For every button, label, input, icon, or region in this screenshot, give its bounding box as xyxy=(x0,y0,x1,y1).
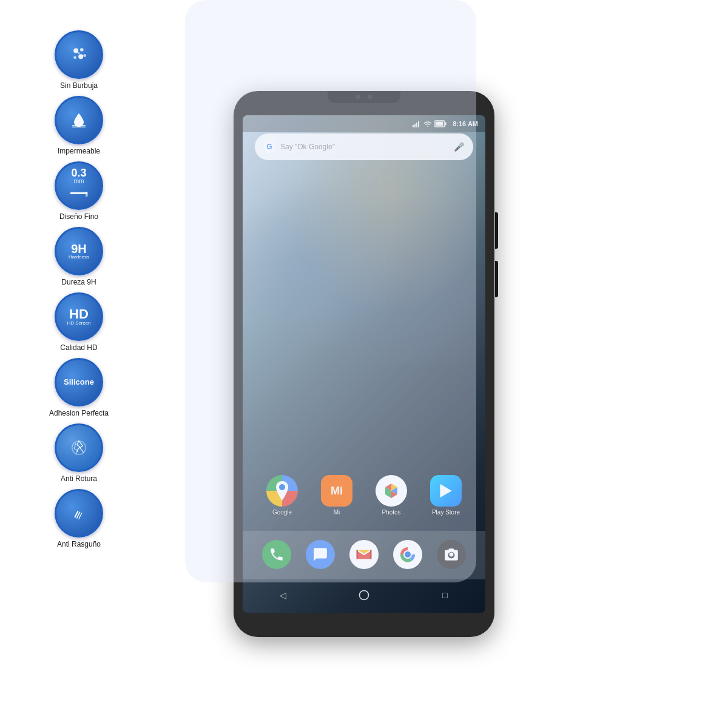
svg-line-14 xyxy=(76,447,80,451)
anti-break-circle xyxy=(55,423,103,472)
svg-rect-25 xyxy=(434,121,445,127)
search-bar[interactable]: G Say "Ok Google" 🎤 xyxy=(255,133,473,160)
svg-point-1 xyxy=(80,48,84,52)
hd-sub-text: HD Screen xyxy=(67,321,90,326)
wallpaper: 8:16 AM G Say "Ok Google" 🎤 xyxy=(243,115,485,613)
svg-point-0 xyxy=(73,49,78,53)
svg-point-36 xyxy=(359,591,368,600)
mic-icon: 🎤 xyxy=(453,141,465,153)
play-store-icon xyxy=(430,475,462,507)
feature-waterproof: Impermeable xyxy=(55,96,103,155)
features-column: Sin Burbuja Impermeable 0.3 mm xyxy=(18,30,140,548)
volume-up-button xyxy=(495,212,498,249)
dock xyxy=(243,531,485,579)
silicone-icon-content: Silicone xyxy=(64,377,94,387)
dock-camera[interactable] xyxy=(436,539,467,571)
anti-scratch-circle xyxy=(55,489,103,538)
camera-app-icon xyxy=(437,540,466,569)
svg-line-13 xyxy=(77,445,80,447)
svg-point-5 xyxy=(78,52,79,54)
notch xyxy=(328,91,400,103)
silicone-circle: Silicone xyxy=(55,358,103,406)
app-name-play-store: Play Store xyxy=(432,509,460,516)
thin-icon-content: 0.3 mm xyxy=(69,167,89,204)
speaker xyxy=(368,95,372,99)
wifi-icon xyxy=(423,120,432,127)
hd-icon-content: HD HD Screen xyxy=(67,308,90,326)
waterproof-label: Impermeable xyxy=(58,147,100,155)
hardness-circle: 9H Hardness xyxy=(55,227,103,275)
svg-rect-24 xyxy=(418,121,419,127)
hd-label: Calidad HD xyxy=(60,343,97,352)
google-maps-icon xyxy=(266,475,298,507)
thin-sub-text: mm xyxy=(74,178,84,184)
battery-icon xyxy=(434,120,447,127)
dock-phone[interactable] xyxy=(261,539,292,571)
home-button[interactable] xyxy=(355,586,373,604)
anti-break-label: Anti Rotura xyxy=(61,474,97,483)
app-row: Google Mi Mi xyxy=(243,475,485,516)
messages-app-icon xyxy=(306,540,335,569)
app-name-photos: Photos xyxy=(382,509,400,516)
thin-circle: 0.3 mm xyxy=(55,161,103,210)
dock-chrome[interactable] xyxy=(392,539,423,571)
phone-wrapper: 8:16 AM G Say "Ok Google" 🎤 xyxy=(200,18,528,710)
thin-main-text: 0.3 xyxy=(71,167,86,178)
svg-rect-32 xyxy=(370,550,372,559)
dock-messages[interactable] xyxy=(305,539,336,571)
feature-anti-break: Anti Rotura xyxy=(55,423,103,483)
svg-line-18 xyxy=(74,443,76,449)
feature-hardness: 9H Hardness Dureza 9H xyxy=(55,227,103,286)
phone-frame: 8:16 AM G Say "Ok Google" 🎤 xyxy=(234,91,494,637)
hardness-sub-text: Hardness xyxy=(69,255,89,260)
svg-line-19 xyxy=(74,449,78,451)
svg-point-4 xyxy=(83,54,86,57)
thin-label: Diseño Fino xyxy=(59,212,98,221)
app-item-google[interactable]: Google xyxy=(266,475,298,516)
anti-scratch-label: Anti Rasguño xyxy=(57,540,101,548)
hardness-icon-content: 9H Hardness xyxy=(69,243,89,260)
nav-bar: ◁ □ xyxy=(243,582,485,608)
feature-anti-scratch: Anti Rasguño xyxy=(55,489,103,548)
signal-icon xyxy=(413,120,421,127)
google-g-logo: G xyxy=(263,141,275,153)
front-camera xyxy=(356,95,360,99)
app-item-play-store[interactable]: Play Store xyxy=(430,475,462,516)
svg-rect-27 xyxy=(436,122,443,126)
phone-screen: 8:16 AM G Say "Ok Google" 🎤 xyxy=(243,115,485,613)
app-item-photos[interactable]: Photos xyxy=(376,475,407,516)
chrome-app-icon xyxy=(393,540,422,569)
back-button[interactable]: ◁ xyxy=(274,586,292,604)
hardness-label: Dureza 9H xyxy=(61,278,96,286)
svg-rect-6 xyxy=(72,125,86,126)
status-time: 8:16 AM xyxy=(453,120,478,127)
main-container: Sin Burbuja Impermeable 0.3 mm xyxy=(0,0,728,728)
feature-silicone: Silicone Adhesion Perfecta xyxy=(49,358,109,417)
dock-gmail[interactable] xyxy=(348,539,380,571)
svg-rect-26 xyxy=(445,123,447,126)
feature-thin: 0.3 mm Diseño Fino xyxy=(55,161,103,221)
volume-down-button xyxy=(495,261,498,297)
silicone-main-text: Silicone xyxy=(64,377,94,387)
feature-hd: HD HD Screen Calidad HD xyxy=(55,292,103,352)
svg-point-2 xyxy=(78,54,83,59)
phone-app-icon xyxy=(262,540,291,569)
svg-rect-31 xyxy=(357,550,359,559)
recent-button[interactable]: □ xyxy=(436,586,454,604)
svg-point-3 xyxy=(73,56,76,59)
hd-circle: HD HD Screen xyxy=(55,292,103,341)
status-icons xyxy=(413,120,447,127)
svg-rect-22 xyxy=(414,124,416,127)
app-name-google: Google xyxy=(272,509,292,516)
search-placeholder: Say "Ok Google" xyxy=(280,143,448,151)
silicone-label: Adhesion Perfecta xyxy=(49,409,109,417)
mi-icon: Mi xyxy=(321,475,352,507)
waterproof-circle xyxy=(55,96,103,144)
app-item-mi[interactable]: Mi Mi xyxy=(321,475,352,516)
feature-no-bubble: Sin Burbuja xyxy=(55,30,103,90)
app-name-mi: Mi xyxy=(334,509,340,516)
status-bar: 8:16 AM xyxy=(243,115,485,132)
hd-main-text: HD xyxy=(69,308,89,321)
svg-rect-21 xyxy=(413,125,414,127)
hardness-main-text: 9H xyxy=(71,243,87,255)
